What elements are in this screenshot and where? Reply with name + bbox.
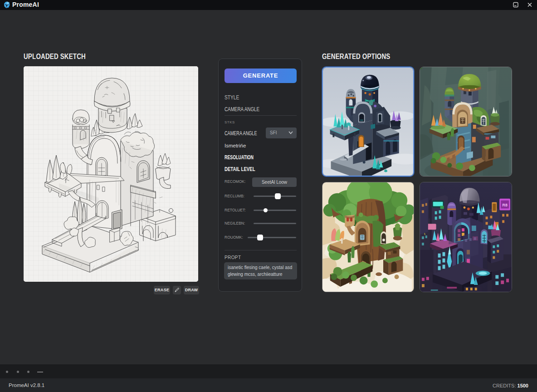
svg-text:R8: R8 — [502, 203, 507, 207]
